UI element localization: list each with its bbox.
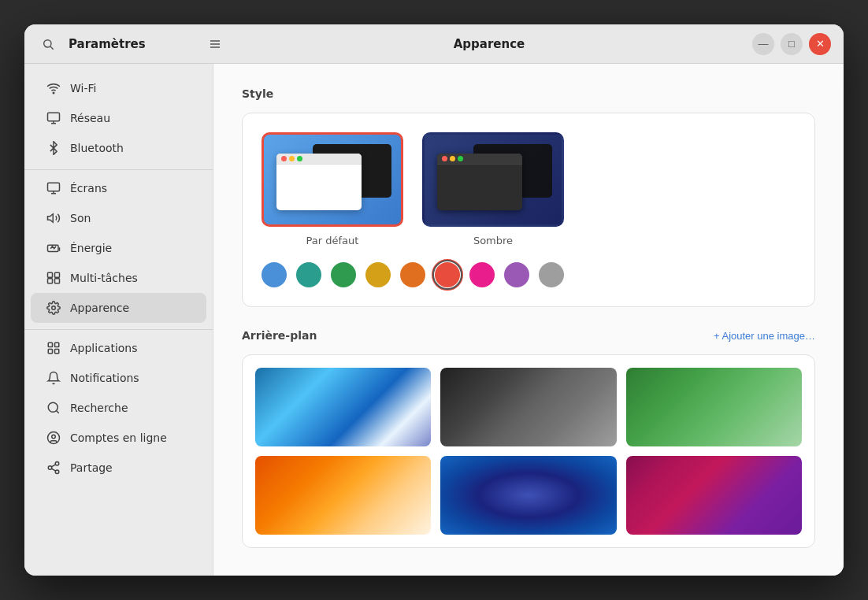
svg-point-19 bbox=[52, 306, 56, 310]
apps-icon bbox=[46, 341, 61, 355]
search-icon[interactable] bbox=[37, 33, 59, 55]
sidebar-item-recherche[interactable]: Recherche bbox=[31, 393, 206, 423]
notifications-label: Notifications bbox=[70, 372, 139, 384]
reseau-label: Réseau bbox=[70, 112, 110, 124]
wallpaper-4[interactable] bbox=[255, 456, 431, 535]
svg-rect-6 bbox=[48, 113, 60, 121]
svg-marker-12 bbox=[48, 214, 54, 223]
wallpaper-5[interactable] bbox=[440, 456, 616, 535]
multitaches-label: Multi-tâches bbox=[70, 272, 138, 284]
svg-rect-17 bbox=[48, 279, 53, 283]
titlebar-left: Paramètres bbox=[37, 33, 226, 55]
appearance-icon bbox=[46, 301, 61, 315]
sound-icon bbox=[46, 211, 61, 225]
son-label: Son bbox=[70, 212, 91, 224]
sidebar-section-display: Écrans Son Énergie bbox=[24, 169, 213, 326]
svg-rect-23 bbox=[55, 350, 59, 354]
accounts-icon bbox=[46, 431, 61, 445]
wallpaper-1[interactable] bbox=[255, 368, 431, 446]
apparence-label: Apparence bbox=[70, 302, 129, 314]
monitor-icon bbox=[46, 181, 61, 195]
svg-point-24 bbox=[48, 402, 57, 412]
color-dot-green[interactable] bbox=[331, 262, 356, 287]
comptes-label: Comptes en ligne bbox=[70, 431, 167, 444]
sidebar-item-notifications[interactable]: Notifications bbox=[31, 363, 206, 393]
svg-point-27 bbox=[52, 435, 56, 439]
sidebar-item-apparence[interactable]: Apparence bbox=[31, 293, 206, 323]
sidebar: Wi-Fi Réseau Bluetooth bbox=[24, 64, 213, 576]
svg-point-28 bbox=[55, 462, 59, 466]
sidebar-item-son[interactable]: Son bbox=[31, 203, 206, 233]
add-image-label: + Ajouter une image… bbox=[714, 330, 815, 342]
theme-dark-label: Sombre bbox=[473, 235, 513, 246]
share-icon bbox=[46, 461, 61, 475]
wallpaper-6[interactable] bbox=[626, 456, 802, 535]
add-image-button[interactable]: + Ajouter une image… bbox=[714, 330, 815, 342]
maximize-button[interactable]: □ bbox=[781, 33, 803, 55]
svg-rect-20 bbox=[48, 343, 52, 346]
color-dot-teal[interactable] bbox=[296, 262, 321, 287]
style-option-light[interactable]: Par défaut bbox=[262, 132, 403, 246]
recherche-label: Recherche bbox=[70, 402, 128, 414]
svg-rect-18 bbox=[55, 279, 60, 283]
color-options bbox=[262, 262, 796, 287]
energie-label: Énergie bbox=[70, 242, 112, 254]
sidebar-section-system: Applications Notifications Recherche bbox=[24, 329, 213, 486]
svg-rect-9 bbox=[48, 183, 60, 191]
sidebar-item-partage[interactable]: Partage bbox=[31, 453, 206, 483]
svg-rect-22 bbox=[48, 350, 52, 354]
sidebar-item-applications[interactable]: Applications bbox=[31, 333, 206, 363]
color-dot-gray[interactable] bbox=[539, 262, 564, 287]
svg-rect-21 bbox=[55, 343, 59, 346]
style-card: Par défaut bbox=[242, 113, 815, 307]
color-dot-orange[interactable] bbox=[400, 262, 425, 287]
titlebar-controls: — □ ✕ bbox=[752, 33, 831, 55]
menu-icon[interactable] bbox=[204, 33, 226, 55]
svg-rect-16 bbox=[55, 272, 60, 277]
sidebar-item-multitaches[interactable]: Multi-tâches bbox=[31, 263, 206, 293]
wifi-icon bbox=[46, 81, 61, 95]
svg-line-32 bbox=[51, 465, 55, 467]
svg-point-0 bbox=[44, 39, 51, 46]
theme-default-label: Par défaut bbox=[306, 235, 359, 246]
content-area: Wi-Fi Réseau Bluetooth bbox=[24, 64, 844, 576]
svg-rect-13 bbox=[48, 245, 59, 251]
minimize-button[interactable]: — bbox=[752, 33, 774, 55]
svg-line-25 bbox=[56, 410, 58, 413]
multitask-icon bbox=[46, 271, 61, 285]
network-icon bbox=[46, 111, 61, 125]
wallpaper-3[interactable] bbox=[626, 368, 802, 446]
app-window: Paramètres Apparence — □ ✕ bbox=[24, 24, 844, 576]
color-dot-pink[interactable] bbox=[469, 262, 495, 287]
style-preview-light bbox=[262, 132, 403, 227]
wallpaper-grid bbox=[255, 368, 802, 535]
color-dot-blue[interactable] bbox=[262, 262, 287, 287]
svg-point-29 bbox=[48, 466, 52, 470]
svg-rect-15 bbox=[48, 272, 53, 277]
style-section-title: Style bbox=[242, 87, 815, 100]
search-sidebar-icon bbox=[46, 401, 61, 415]
app-title: Paramètres bbox=[69, 37, 146, 51]
close-button[interactable]: ✕ bbox=[809, 33, 831, 55]
style-option-dark[interactable]: Sombre bbox=[422, 132, 564, 246]
partage-label: Partage bbox=[70, 461, 113, 474]
svg-line-31 bbox=[51, 469, 55, 471]
sidebar-item-bluetooth[interactable]: Bluetooth bbox=[31, 133, 206, 163]
color-dot-yellow[interactable] bbox=[365, 262, 391, 287]
window-title: Apparence bbox=[226, 37, 752, 51]
sidebar-item-comptes[interactable]: Comptes en ligne bbox=[31, 423, 206, 453]
wallpaper-2[interactable] bbox=[440, 368, 616, 446]
sidebar-item-ecrans[interactable]: Écrans bbox=[31, 173, 206, 203]
sidebar-item-reseau[interactable]: Réseau bbox=[31, 103, 206, 133]
ecrans-label: Écrans bbox=[70, 182, 107, 194]
color-dot-red[interactable] bbox=[435, 262, 460, 287]
style-preview-dark bbox=[422, 132, 564, 227]
bell-icon bbox=[46, 371, 61, 385]
color-dot-purple[interactable] bbox=[504, 262, 529, 287]
sidebar-item-wifi[interactable]: Wi-Fi bbox=[31, 73, 206, 103]
sidebar-item-energie[interactable]: Énergie bbox=[31, 233, 206, 263]
wifi-label: Wi-Fi bbox=[70, 82, 96, 94]
applications-label: Applications bbox=[70, 342, 138, 354]
main-content: Style bbox=[213, 64, 844, 576]
energy-icon bbox=[46, 241, 61, 255]
